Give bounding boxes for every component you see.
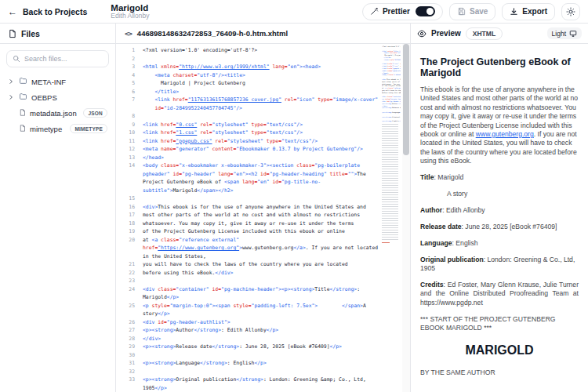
- line-content: <p><strong>Original publication</strong>…: [143, 376, 380, 392]
- preview-panel: Preview XHTML Light The Project Gutenber…: [411, 24, 588, 392]
- code-line[interactable]: 19of the Project Gutenberg License inclu…: [116, 227, 380, 236]
- preview-metadata-title: Title: Marigold: [420, 173, 579, 182]
- code-line[interactable]: 31<p><strong>Language</strong>: English<…: [116, 359, 380, 368]
- editor-scrollbar-thumb[interactable]: [403, 44, 409, 155]
- line-number: 15: [116, 194, 135, 203]
- code-line[interactable]: 8: [116, 112, 380, 121]
- code-line[interactable]: 7<link href="1176313615768857236_cover.j…: [116, 96, 380, 112]
- line-content: </title>: [143, 88, 380, 96]
- back-to-projects-button[interactable]: ← Back to Projects: [8, 6, 87, 17]
- line-number: 21: [116, 260, 135, 269]
- line-content: <link href="1.css" rel="stylesheet" type…: [143, 129, 380, 137]
- line-content: [143, 351, 380, 360]
- filetype-badge: MIMETYPE: [70, 124, 107, 133]
- code-line[interactable]: 24<div class="container" id="pg-machine-…: [116, 285, 380, 302]
- code-line[interactable]: 18whatsoever. You may copy it, give it a…: [116, 220, 380, 228]
- code-line[interactable]: 3<html xmlns="http://www.w3.org/1999/xht…: [116, 63, 380, 71]
- code-line[interactable]: 25<p style="margin-top:0"><span style="p…: [116, 302, 380, 318]
- export-button[interactable]: Export: [502, 3, 555, 20]
- search-input[interactable]: [24, 55, 103, 63]
- code-line[interactable]: 11<link href="pgepub.css" rel="styleshee…: [116, 137, 380, 146]
- code-line[interactable]: 4<meta charset="utf-8"/><title>: [116, 71, 380, 80]
- line-number: 24: [116, 285, 135, 302]
- tab-preview[interactable]: Preview: [431, 29, 461, 38]
- preview-theme-toggle[interactable]: Light: [547, 27, 582, 39]
- line-content: [143, 112, 380, 121]
- code-line[interactable]: 1<?xml version='1.0' encoding='utf-8'?>: [116, 46, 380, 55]
- code-line[interactable]: 29<p><strong>Release date</strong>: June…: [116, 343, 380, 351]
- minimap[interactable]: <?xml version='1.0' encoding='utf-8'?><h…: [382, 45, 401, 243]
- line-number: 23: [116, 277, 135, 285]
- line-content: <?xml version='1.0' encoding='utf-8'?>: [143, 46, 380, 55]
- preview-metadata-language: Language: English: [420, 239, 579, 248]
- line-number: 32: [116, 368, 135, 376]
- line-content: <link href="0.css" rel="stylesheet" type…: [143, 121, 380, 129]
- line-number: 25: [116, 302, 135, 318]
- line-content: Marigold | Project Gutenberg: [143, 79, 380, 88]
- line-number: 4: [116, 71, 135, 80]
- editor-scrollbar[interactable]: [402, 44, 410, 392]
- line-number: 19: [116, 227, 135, 236]
- code-lines: 1<?xml version='1.0' encoding='utf-8'?>2…: [116, 46, 380, 392]
- code-line[interactable]: 10<link href="1.css" rel="stylesheet" ty…: [116, 129, 380, 137]
- code-area[interactable]: 1<?xml version='1.0' encoding='utf-8'?>2…: [116, 44, 410, 392]
- sidebar-item-oebps[interactable]: OEBPS: [5, 89, 111, 105]
- code-line[interactable]: 22before using this eBook.</div>: [116, 269, 380, 278]
- code-line[interactable]: 20at <a class="reference external" href=…: [116, 236, 380, 261]
- sidebar-item-meta-inf[interactable]: META-INF: [5, 74, 111, 89]
- line-number: 7: [116, 96, 135, 112]
- gutenberg-link[interactable]: www.gutenberg.org: [476, 130, 534, 138]
- code-line[interactable]: 15: [116, 194, 380, 203]
- code-line[interactable]: 23: [116, 277, 380, 285]
- line-number: 3: [116, 63, 135, 71]
- code-line[interactable]: 28</div>: [116, 335, 380, 343]
- line-number: 9: [116, 121, 135, 129]
- preview-theme-label: Light: [552, 30, 566, 38]
- sidebar-item-mimetype[interactable]: mimetypeMIMETYPE: [5, 121, 111, 136]
- code-line[interactable]: 33<p><strong>Original publication</stron…: [116, 376, 380, 392]
- code-line[interactable]: 30: [116, 351, 380, 360]
- preview-paragraph: A story: [420, 190, 579, 198]
- code-line[interactable]: 17most other parts of the world at no co…: [116, 211, 380, 220]
- theme-toggle-button[interactable]: [561, 3, 580, 20]
- code-line[interactable]: 16<div>This ebook is for the use of anyo…: [116, 203, 380, 212]
- code-line[interactable]: 27<p><strong>Author</strong>: Edith Allo…: [116, 326, 380, 335]
- line-number: 5: [116, 79, 135, 88]
- preview-paragraph: This ebook is for the use of anyone anyw…: [420, 85, 579, 166]
- code-line[interactable]: 32: [116, 368, 380, 376]
- line-number: 6: [116, 88, 135, 96]
- prettier-toggle-button[interactable]: Prettier: [362, 3, 443, 20]
- back-label: Back to Projects: [23, 7, 87, 16]
- code-line[interactable]: 21you will have to check the laws of the…: [116, 260, 380, 269]
- line-number: 20: [116, 236, 135, 261]
- prettier-switch[interactable]: [416, 6, 435, 16]
- line-content: [143, 55, 380, 64]
- folder-icon: [19, 93, 27, 102]
- file-search-box: [6, 50, 109, 67]
- save-button[interactable]: Save: [449, 3, 495, 20]
- code-line[interactable]: 9<link href="0.css" rel="stylesheet" typ…: [116, 121, 380, 129]
- line-content: [143, 277, 380, 285]
- line-number: 1: [116, 46, 135, 55]
- line-number: 11: [116, 137, 135, 146]
- chevron-right-icon: [8, 78, 15, 85]
- code-line[interactable]: 26<div id="pg-header-authlist">: [116, 318, 380, 327]
- project-info: Marigold Edith Allonby: [111, 3, 149, 20]
- line-number: 16: [116, 203, 135, 212]
- line-number: 26: [116, 318, 135, 327]
- code-line[interactable]: 2: [116, 55, 380, 64]
- file-label: OEBPS: [31, 93, 107, 102]
- editor-tab-bar: <> 446898148632472853_76409-h-0.htm.xhtm…: [116, 24, 410, 44]
- code-line[interactable]: 5Marigold | Project Gutenberg: [116, 79, 380, 88]
- code-line[interactable]: 12<meta name="generator" content="Ebookm…: [116, 145, 380, 154]
- line-content: whatsoever. You may copy it, give it awa…: [143, 220, 380, 228]
- sidebar-item-metadata-json[interactable]: metadata.jsonJSON: [5, 105, 111, 121]
- code-line[interactable]: 13</head>: [116, 154, 380, 162]
- sun-icon: [566, 7, 575, 16]
- line-content: <html xmlns="http://www.w3.org/1999/xhtm…: [143, 63, 380, 71]
- line-content: [143, 194, 380, 203]
- code-line[interactable]: 6</title>: [116, 88, 380, 96]
- tab-xhtml[interactable]: XHTML: [466, 27, 503, 40]
- project-author: Edith Allonby: [111, 13, 149, 20]
- code-line[interactable]: 14<body class="x-ebookmaker x-ebookmaker…: [116, 162, 380, 194]
